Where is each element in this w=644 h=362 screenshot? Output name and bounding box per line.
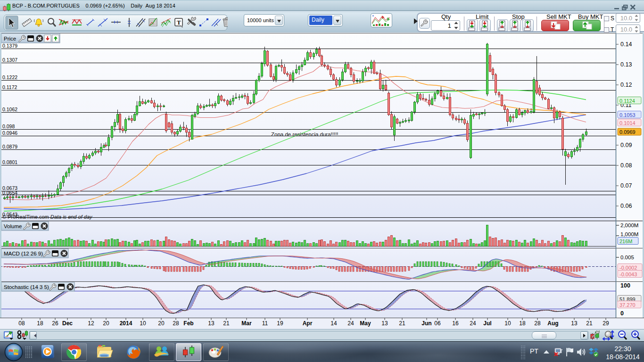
svg-text:0.08: 0.08 (620, 162, 632, 169)
svg-text:0.005: 0.005 (620, 255, 634, 260)
svg-text:21: 21 (586, 320, 593, 327)
svg-text:0.0946: 0.0946 (2, 130, 17, 136)
svg-text:May: May (360, 320, 371, 327)
svg-text:24: 24 (470, 320, 476, 327)
svg-text:100: 100 (620, 282, 630, 289)
svg-text:0.1379: 0.1379 (2, 43, 17, 49)
svg-text:Dec: Dec (62, 320, 73, 327)
svg-text:Aug: Aug (547, 320, 558, 327)
svg-text:-0.0002: -0.0002 (619, 265, 637, 271)
svg-text:Mar: Mar (241, 320, 252, 327)
svg-text:21: 21 (399, 320, 405, 327)
svg-text:0.1222: 0.1222 (2, 74, 17, 80)
svg-text:Feb: Feb (183, 320, 193, 327)
svg-text:Stochastic (14 3 5): Stochastic (14 3 5) (4, 284, 49, 290)
svg-text:0.098: 0.098 (2, 123, 15, 129)
svg-text:Zona de resistencia dura!!!!!: Zona de resistencia dura!!!!! (271, 132, 339, 137)
svg-text:T: T (177, 19, 181, 26)
svg-text:0.12: 0.12 (620, 82, 632, 88)
svg-text:0.13: 0.13 (620, 61, 632, 68)
svg-text:29: 29 (603, 320, 609, 327)
svg-text:13: 13 (208, 320, 215, 327)
svg-text:0.1307: 0.1307 (2, 57, 17, 63)
svg-text:28: 28 (173, 320, 179, 327)
svg-text:0: 0 (620, 310, 624, 317)
svg-text:28: 28 (534, 320, 541, 327)
svg-text:-0.0043: -0.0043 (619, 272, 637, 277)
svg-text:MACD (12 26 9): MACD (12 26 9) (4, 251, 43, 256)
svg-text:19: 19 (277, 320, 283, 327)
svg-text:12: 12 (88, 320, 94, 327)
svg-text:14: 14 (330, 320, 337, 327)
svg-text:0.07: 0.07 (620, 182, 632, 189)
svg-text:0.1053: 0.1053 (619, 112, 636, 118)
svg-text:26: 26 (52, 320, 58, 327)
svg-text:0.14: 0.14 (620, 41, 632, 48)
svg-text:18: 18 (519, 320, 526, 327)
svg-text:0.1014: 0.1014 (619, 120, 636, 126)
svg-text:1,000M: 1,000M (620, 231, 638, 237)
svg-text:0.0654: 0.0654 (2, 190, 17, 196)
svg-text:16: 16 (452, 320, 459, 327)
svg-text:0.0801: 0.0801 (2, 159, 17, 165)
svg-text:0.09: 0.09 (620, 142, 632, 148)
svg-text:Volume: Volume (4, 223, 22, 229)
svg-text:0.0879: 0.0879 (2, 144, 17, 149)
svg-text:10: 10 (140, 320, 146, 327)
svg-text:2014: 2014 (120, 320, 132, 327)
svg-text:10: 10 (504, 320, 511, 327)
svg-text:Price: Price (4, 36, 16, 41)
svg-text:0.0969: 0.0969 (619, 129, 636, 135)
svg-text:216M: 216M (619, 239, 633, 244)
svg-text:Apr: Apr (303, 320, 313, 327)
svg-text:37.270: 37.270 (619, 302, 636, 308)
svg-text:0.1124: 0.1124 (619, 98, 635, 104)
svg-text:Jun: Jun (421, 320, 431, 327)
svg-text:13: 13 (571, 320, 578, 327)
svg-text:21: 21 (223, 320, 230, 327)
svg-text:0.06: 0.06 (620, 203, 632, 209)
svg-text:© ProRealTime.com Data is end: © ProRealTime.com Data is end of day (2, 214, 93, 220)
svg-text:0.1062: 0.1062 (2, 107, 17, 112)
svg-text:2,000M: 2,000M (620, 222, 638, 228)
svg-text:24: 24 (347, 320, 354, 327)
svg-text:20: 20 (158, 320, 165, 327)
svg-text:06: 06 (434, 320, 441, 327)
svg-text:20: 20 (103, 320, 109, 327)
svg-text:18: 18 (37, 320, 43, 327)
svg-text:11: 11 (262, 320, 268, 327)
svg-text:13: 13 (381, 320, 388, 327)
svg-text:0.1172: 0.1172 (2, 84, 17, 90)
svg-text:08: 08 (18, 320, 25, 327)
svg-text:Jul: Jul (483, 320, 491, 327)
